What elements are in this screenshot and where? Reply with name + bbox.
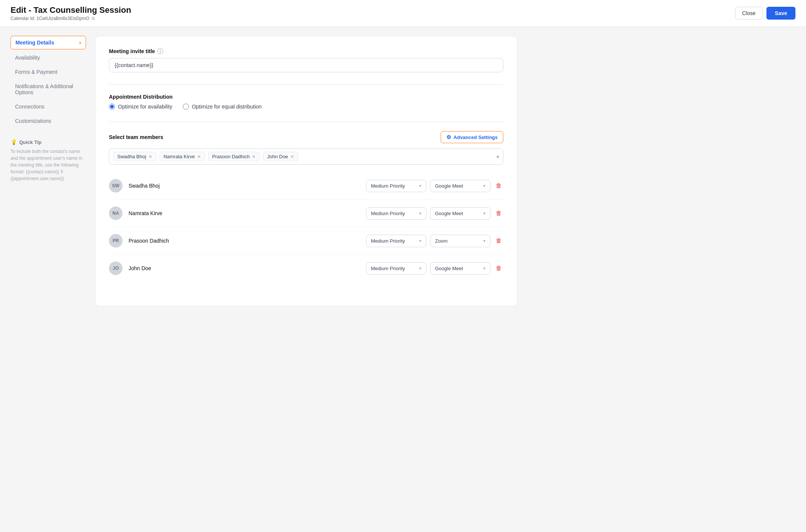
location-select-wrapper[interactable]: Google MeetZoomMicrosoft TeamsIn Person▾ <box>430 207 490 220</box>
chevron-down-icon: ▾ <box>483 183 486 188</box>
tag-prasoon: Prasoon Dadhich ✕ <box>208 152 260 161</box>
location-select[interactable]: Google MeetZoomMicrosoft TeamsIn Person <box>435 266 482 271</box>
location-select[interactable]: Google MeetZoomMicrosoft TeamsIn Person <box>435 183 482 189</box>
location-select-wrapper[interactable]: Google MeetZoomMicrosoft TeamsIn Person▾ <box>430 235 490 247</box>
gear-icon: ⚙ <box>446 134 451 140</box>
save-button[interactable]: Save <box>766 7 795 20</box>
sidebar-item-connections[interactable]: Connections <box>11 101 86 113</box>
tags-dropdown-icon[interactable]: ▾ <box>496 154 499 160</box>
remove-tag-namrata[interactable]: ✕ <box>197 154 201 159</box>
quick-tip: 💡 Quick Tip To include both the contact'… <box>11 139 86 182</box>
chevron-down-icon: ▾ <box>483 211 486 216</box>
copy-icon[interactable]: ⧉ <box>92 16 95 21</box>
member-row: JOJohn DoeLow PriorityMedium PriorityHig… <box>109 255 503 282</box>
member-name: Prasoon Dadhich <box>129 238 360 244</box>
calendar-id: Calendar Id: 1CwlUtzaBm8x3EisDpmO ⧉ <box>11 16 131 21</box>
chevron-right-icon: › <box>79 39 81 46</box>
content-panel: Meeting invite title i Appointment Distr… <box>95 36 517 306</box>
divider-1 <box>109 84 503 85</box>
divider-2 <box>109 122 503 122</box>
team-members-section: Select team members ⚙ Advanced Settings … <box>109 131 503 282</box>
avatar: PR <box>109 234 123 248</box>
radio-optimize-equal[interactable]: Optimize for equal distribution <box>183 104 262 110</box>
delete-member-button[interactable]: 🗑 <box>494 236 503 246</box>
meeting-invite-title-label: Meeting invite title i <box>109 48 503 54</box>
remove-tag-swadha[interactable]: ✕ <box>149 154 152 159</box>
page-title-block: Edit - Tax Counselling Session Calendar … <box>11 5 131 21</box>
tag-swadha: Swadha Bhoj ✕ <box>113 152 156 161</box>
lightbulb-icon: 💡 <box>11 139 17 145</box>
chevron-down-icon: ▾ <box>419 266 421 271</box>
sidebar: Meeting Details › Availability Forms & P… <box>11 36 86 306</box>
main-layout: Meeting Details › Availability Forms & P… <box>0 27 528 315</box>
radio-group: Optimize for availability Optimize for e… <box>109 104 503 110</box>
member-rows: SWSwadha BhojLow PriorityMedium Priority… <box>109 172 503 282</box>
member-row: PRPrasoon DadhichLow PriorityMedium Prio… <box>109 227 503 255</box>
sidebar-item-availability[interactable]: Availability <box>11 52 86 64</box>
delete-member-button[interactable]: 🗑 <box>494 263 503 273</box>
tag-namrata: Namrata Kirve ✕ <box>159 152 205 161</box>
priority-select-wrapper[interactable]: Low PriorityMedium PriorityHigh Priority… <box>366 180 426 192</box>
location-select[interactable]: Google MeetZoomMicrosoft TeamsIn Person <box>435 238 482 244</box>
avatar: NA <box>109 206 123 220</box>
meeting-invite-title-input[interactable] <box>109 58 503 72</box>
quick-tip-header: 💡 Quick Tip <box>11 139 86 145</box>
location-select-wrapper[interactable]: Google MeetZoomMicrosoft TeamsIn Person▾ <box>430 262 490 275</box>
advanced-settings-button[interactable]: ⚙ Advanced Settings <box>441 131 503 143</box>
sidebar-nav: Meeting Details › Availability Forms & P… <box>11 36 86 127</box>
location-select[interactable]: Google MeetZoomMicrosoft TeamsIn Person <box>435 211 482 216</box>
avatar: JO <box>109 261 123 275</box>
meeting-invite-section: Meeting invite title i <box>109 48 503 72</box>
priority-select[interactable]: Low PriorityMedium PriorityHigh Priority <box>371 266 418 271</box>
sidebar-item-meeting-details[interactable]: Meeting Details › <box>11 36 86 49</box>
team-tags-input[interactable]: Swadha Bhoj ✕ Namrata Kirve ✕ Prasoon Da… <box>109 148 503 165</box>
quick-tip-text: To include both the contact's name and t… <box>11 148 86 182</box>
priority-select-wrapper[interactable]: Low PriorityMedium PriorityHigh Priority… <box>366 207 426 220</box>
delete-member-button[interactable]: 🗑 <box>494 208 503 218</box>
member-controls: Low PriorityMedium PriorityHigh Priority… <box>366 262 503 275</box>
member-name: John Doe <box>129 265 360 271</box>
chevron-down-icon: ▾ <box>483 266 486 271</box>
priority-select-wrapper[interactable]: Low PriorityMedium PriorityHigh Priority… <box>366 262 426 275</box>
priority-select-wrapper[interactable]: Low PriorityMedium PriorityHigh Priority… <box>366 235 426 247</box>
member-name: Swadha Bhoj <box>129 183 360 189</box>
chevron-down-icon: ▾ <box>419 211 421 216</box>
avatar: SW <box>109 179 123 193</box>
close-button[interactable]: Close <box>735 7 763 20</box>
page-title: Edit - Tax Counselling Session <box>11 5 131 15</box>
sidebar-item-forms-payment[interactable]: Forms & Payment <box>11 66 86 78</box>
chevron-down-icon: ▾ <box>419 183 421 188</box>
sidebar-item-customizations[interactable]: Customizations <box>11 115 86 127</box>
top-bar: Edit - Tax Counselling Session Calendar … <box>0 0 806 27</box>
header-actions: Close Save <box>735 7 796 20</box>
location-select-wrapper[interactable]: Google MeetZoomMicrosoft TeamsIn Person▾ <box>430 180 490 192</box>
appointment-distribution-section: Appointment Distribution Optimize for av… <box>109 94 503 110</box>
remove-tag-prasoon[interactable]: ✕ <box>252 154 256 159</box>
member-name: Namrata Kirve <box>129 210 360 216</box>
member-controls: Low PriorityMedium PriorityHigh Priority… <box>366 180 503 192</box>
team-section-header: Select team members ⚙ Advanced Settings <box>109 131 503 143</box>
priority-select[interactable]: Low PriorityMedium PriorityHigh Priority <box>371 183 418 189</box>
priority-select[interactable]: Low PriorityMedium PriorityHigh Priority <box>371 238 418 244</box>
chevron-down-icon: ▾ <box>483 238 486 243</box>
member-controls: Low PriorityMedium PriorityHigh Priority… <box>366 207 503 220</box>
radio-optimize-availability[interactable]: Optimize for availability <box>109 104 172 110</box>
remove-tag-john[interactable]: ✕ <box>290 154 294 159</box>
delete-member-button[interactable]: 🗑 <box>494 181 503 191</box>
priority-select[interactable]: Low PriorityMedium PriorityHigh Priority <box>371 211 418 216</box>
info-icon[interactable]: i <box>157 48 163 54</box>
sidebar-item-notifications[interactable]: Notifications & Additional Options <box>11 80 86 98</box>
member-row: SWSwadha BhojLow PriorityMedium Priority… <box>109 172 503 200</box>
chevron-down-icon: ▾ <box>419 238 421 243</box>
appointment-distribution-label: Appointment Distribution <box>109 94 503 100</box>
member-row: NANamrata KirveLow PriorityMedium Priori… <box>109 200 503 227</box>
tag-john: John Doe ✕ <box>263 152 298 161</box>
member-controls: Low PriorityMedium PriorityHigh Priority… <box>366 235 503 247</box>
